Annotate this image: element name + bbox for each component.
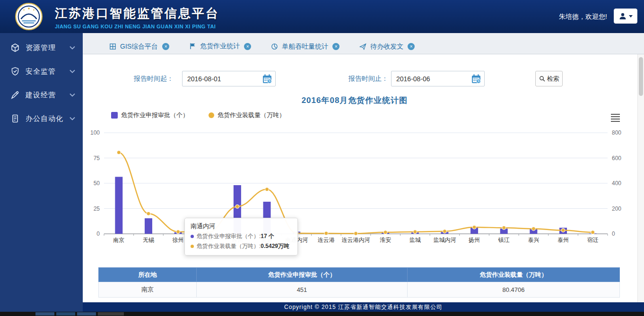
tab-bar: GIS综合平台×危货作业统计×单船吞吐量统计×待办收发文× — [83, 33, 644, 54]
legend-item-bar[interactable]: 危货作业申报审批（个） — [111, 111, 189, 120]
report-end-value: 2016-08-06 — [396, 75, 471, 83]
tab-close-icon[interactable]: × — [244, 43, 251, 50]
resource-icon — [10, 43, 20, 52]
report-start-label: 报告时间起： — [134, 75, 174, 83]
tooltip-row: 危货作业装载量（万吨）: 0.5429万吨 — [191, 242, 292, 250]
gis-icon — [109, 43, 117, 51]
chevron-down-icon — [70, 69, 75, 73]
sidebar-item-label: 建设经营 — [26, 91, 70, 100]
legend-label: 危货作业申报审批（个） — [121, 111, 189, 120]
table-header-row: 所在地危货作业申报审批（个）危货作业装载量（万吨） — [99, 268, 620, 282]
chevron-down-icon — [70, 117, 75, 120]
tooltip-title: 南通内河 — [191, 222, 292, 231]
legend-swatch — [111, 112, 118, 119]
title-block: 江苏港口智能监管信息平台 JIANG SU GANG KOU ZHI NENG … — [55, 5, 219, 29]
sidebar-item-safety[interactable]: 安全监管 — [0, 60, 83, 83]
tab-close-icon[interactable]: × — [332, 43, 339, 50]
tab-pending-documents[interactable]: 待办收发文× — [347, 39, 425, 54]
tab-ship-throughput-stats[interactable]: 单船吞吐量统计× — [259, 39, 350, 54]
svg-text:400: 400 — [612, 180, 621, 187]
tab-close-icon[interactable]: × — [162, 43, 169, 50]
sidebar-item-label: 资源管理 — [26, 43, 70, 52]
scrollbar-thumb[interactable] — [639, 57, 643, 96]
table-header-cell: 危货作业装载量（万吨） — [408, 268, 620, 282]
svg-text:0: 0 — [96, 231, 100, 237]
tab-gis-platform[interactable]: GIS综合平台× — [97, 39, 180, 54]
chevron-down-icon — [629, 15, 633, 17]
svg-text:扬州: 扬州 — [468, 237, 480, 243]
chevron-down-icon — [70, 46, 75, 50]
tab-label: 单船吞吐量统计 — [282, 43, 328, 51]
report-end-label: 报告时间止： — [348, 75, 388, 83]
tab-label: 待办收发文 — [370, 43, 403, 51]
office-icon — [10, 114, 20, 123]
legend-item-line[interactable]: 危货作业装载量（万吨） — [209, 111, 285, 120]
construction-icon — [10, 90, 20, 100]
svg-text:0: 0 — [612, 231, 615, 237]
legend-label: 危货作业装载量（万吨） — [218, 111, 285, 120]
svg-text:75: 75 — [94, 155, 100, 162]
report-end-input[interactable]: 2016-08-06 — [391, 71, 485, 86]
header: 江苏港口智能监管信息平台 JIANG SU GANG KOU ZHI NENG … — [0, 0, 644, 33]
pie-icon — [271, 43, 278, 51]
tab-close-icon[interactable]: × — [408, 43, 415, 50]
stats-table: 所在地危货作业申报审批（个）危货作业装载量（万吨） 南京45180.4706 — [98, 267, 620, 298]
table-header-cell: 危货作业申报审批（个） — [197, 268, 408, 282]
chart-area: 02550751000200400600800南京无锡徐州常州苏州南通南通内河连… — [83, 122, 627, 250]
tab-label: 危货作业统计 — [200, 42, 240, 51]
table-cell: 南京 — [99, 282, 197, 298]
svg-text:50: 50 — [94, 180, 100, 187]
table-cell: 451 — [197, 282, 408, 298]
user-menu-button[interactable] — [614, 9, 637, 24]
tab-content: 报告时间起： 2016-08-01 报告时间止： 2016-08-06 检索 — [83, 54, 644, 302]
search-button-label: 检索 — [547, 75, 559, 83]
svg-text:淮安: 淮安 — [380, 237, 391, 243]
app-title: 江苏港口智能监管信息平台 — [55, 5, 219, 22]
sidebar-item-resources[interactable]: 资源管理 — [0, 36, 83, 60]
table-cell: 80.4706 — [408, 282, 620, 298]
tab-dangerous-cargo-stats[interactable]: 危货作业统计× — [177, 38, 261, 54]
chart-legend: 危货作业申报审批（个）危货作业装载量（万吨） — [111, 111, 285, 120]
chevron-down-icon — [70, 93, 75, 97]
main-area: GIS综合平台×危货作业统计×单船吞吐量统计×待办收发文× 报告时间起： 201… — [83, 33, 644, 302]
app-logo-icon — [15, 3, 43, 30]
app-subtitle: JIANG SU GANG KOU ZHI NENG JIAN GUAN XIN… — [55, 24, 219, 29]
svg-text:无锡: 无锡 — [143, 237, 154, 243]
svg-text:盐城: 盐城 — [409, 237, 421, 243]
page: 江苏港口智能监管信息平台 JIANG SU GANG KOU ZHI NENG … — [0, 0, 644, 316]
svg-text:徐州: 徐州 — [173, 237, 184, 243]
send-icon — [359, 43, 367, 51]
report-start-input[interactable]: 2016-08-01 — [182, 71, 276, 86]
copyright-text: Copyright © 2015 江苏省新通智能交通科技发展有限公司 — [284, 303, 443, 311]
sidebar: 资源管理安全监管建设经营办公自动化 — [0, 33, 83, 312]
welcome-text: 朱培德，欢迎您! — [559, 13, 607, 21]
taskbar-sliver — [0, 312, 644, 316]
chart-tooltip: 南通内河 危货作业申报审批（个）: 17 个危货作业装载量（万吨）: 0.542… — [184, 218, 298, 256]
tab-label: GIS综合平台 — [120, 43, 158, 51]
tooltip-row: 危货作业申报审批（个）: 17 个 — [191, 232, 292, 240]
flag-icon — [189, 43, 197, 50]
svg-text:25: 25 — [94, 205, 100, 212]
legend-swatch — [209, 112, 214, 118]
sidebar-item-office-automation[interactable]: 办公自动化 — [0, 107, 83, 130]
search-button[interactable]: 检索 — [535, 71, 563, 86]
sidebar-item-label: 安全监管 — [26, 67, 70, 76]
scrollbar[interactable] — [637, 54, 644, 302]
report-start-value: 2016-08-01 — [187, 75, 262, 83]
svg-text:100: 100 — [90, 129, 100, 136]
svg-text:200: 200 — [612, 205, 621, 212]
svg-text:600: 600 — [612, 155, 621, 162]
svg-text:连云港内河: 连云港内河 — [342, 237, 370, 243]
chart-canvas[interactable]: 02550751000200400600800南京无锡徐州常州苏州南通南通内河连… — [83, 122, 627, 250]
sidebar-item-construction[interactable]: 建设经营 — [0, 83, 83, 107]
calendar-icon[interactable] — [471, 74, 481, 84]
sidebar-item-label: 办公自动化 — [26, 114, 70, 123]
svg-text:连云港: 连云港 — [318, 237, 335, 243]
table-header-cell: 所在地 — [99, 268, 197, 282]
user-icon — [619, 12, 627, 20]
calendar-icon[interactable] — [262, 74, 272, 84]
svg-text:镇江: 镇江 — [498, 237, 510, 243]
table-row: 南京45180.4706 — [99, 282, 620, 298]
footer: Copyright © 2015 江苏省新通智能交通科技发展有限公司 — [83, 302, 644, 312]
svg-text:宿迁: 宿迁 — [587, 237, 599, 243]
